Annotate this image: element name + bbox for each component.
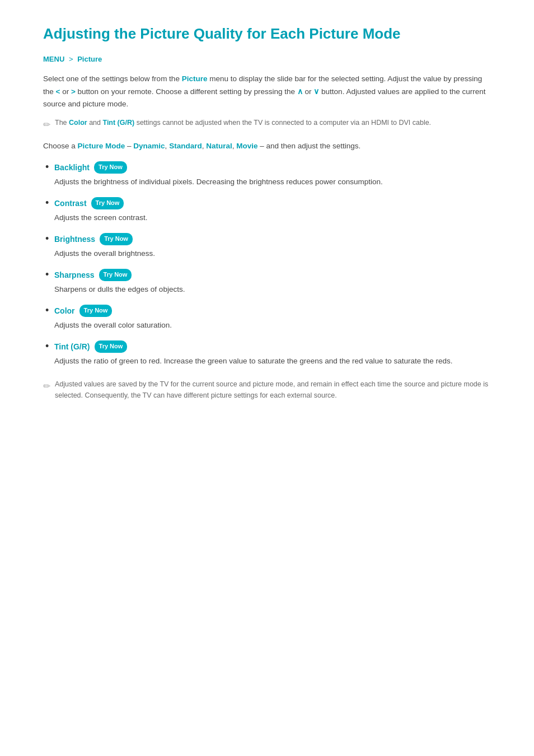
up-arrow-ref: ∧ bbox=[297, 87, 303, 96]
note-text-1: The Color and Tint (G/R) settings cannot… bbox=[55, 117, 431, 128]
list-item-backlight: Backlight Try Now Adjusts the brightness… bbox=[43, 161, 491, 188]
tint-label[interactable]: Tint (G/R) bbox=[54, 340, 90, 353]
backlight-desc: Adjusts the brightness of individual pix… bbox=[54, 176, 491, 188]
sharpness-desc: Sharpens or dulls the edges of objects. bbox=[54, 283, 491, 296]
mode-natural: Natural bbox=[206, 142, 232, 150]
brightness-label[interactable]: Brightness bbox=[54, 233, 95, 245]
list-item-contrast: Contrast Try Now Adjusts the screen cont… bbox=[43, 197, 491, 224]
bottom-note-block: ✏ Adjusted values are saved by the TV fo… bbox=[43, 379, 491, 401]
contrast-desc: Adjusts the screen contrast. bbox=[54, 212, 491, 224]
sharpness-label[interactable]: Sharpness bbox=[54, 269, 95, 281]
color-try-now[interactable]: Try Now bbox=[79, 305, 113, 317]
tint-desc: Adjusts the ratio of green to red. Incre… bbox=[54, 355, 491, 367]
tint-try-now[interactable]: Try Now bbox=[95, 340, 128, 353]
backlight-label[interactable]: Backlight bbox=[54, 161, 90, 174]
brightness-try-now[interactable]: Try Now bbox=[100, 233, 133, 245]
sharpness-try-now[interactable]: Try Now bbox=[99, 269, 132, 281]
brightness-header: Brightness Try Now bbox=[54, 233, 491, 245]
note-color-ref: Color bbox=[69, 119, 87, 127]
contrast-try-now[interactable]: Try Now bbox=[91, 197, 124, 209]
breadcrumb-menu[interactable]: MENU bbox=[43, 55, 64, 63]
down-arrow-ref: ∨ bbox=[313, 87, 319, 96]
backlight-header: Backlight Try Now bbox=[54, 161, 491, 174]
backlight-try-now[interactable]: Try Now bbox=[94, 161, 127, 174]
bottom-note-text: Adjusted values are saved by the TV for … bbox=[55, 379, 491, 401]
list-item-color: Color Try Now Adjusts the overall color … bbox=[43, 305, 491, 332]
contrast-label[interactable]: Contrast bbox=[54, 197, 87, 209]
list-item-brightness: Brightness Try Now Adjusts the overall b… bbox=[43, 233, 491, 260]
tint-header: Tint (G/R) Try Now bbox=[54, 340, 491, 353]
color-header: Color Try Now bbox=[54, 305, 491, 317]
breadcrumb: MENU > Picture bbox=[43, 54, 491, 66]
picture-mode-ref: Picture Mode bbox=[78, 142, 125, 150]
contrast-header: Contrast Try Now bbox=[54, 197, 491, 209]
mode-standard: Standard bbox=[169, 142, 202, 150]
left-arrow-ref: < bbox=[56, 87, 60, 96]
intro-paragraph: Select one of the settings below from th… bbox=[43, 73, 491, 110]
breadcrumb-separator: > bbox=[69, 55, 75, 63]
color-desc: Adjusts the overall color saturation. bbox=[54, 319, 491, 332]
page-container: Adjusting the Picture Quality for Each P… bbox=[15, 0, 519, 423]
mode-dynamic: Dynamic bbox=[133, 142, 165, 150]
page-title: Adjusting the Picture Quality for Each P… bbox=[43, 22, 491, 46]
pencil-icon-bottom: ✏ bbox=[43, 379, 50, 394]
brightness-desc: Adjusts the overall brightness. bbox=[54, 248, 491, 260]
color-label[interactable]: Color bbox=[54, 305, 75, 317]
sharpness-header: Sharpness Try Now bbox=[54, 269, 491, 281]
note-block-1: ✏ The Color and Tint (G/R) settings cann… bbox=[43, 117, 491, 132]
list-item-tint: Tint (G/R) Try Now Adjusts the ratio of … bbox=[43, 340, 491, 367]
intro-picture-link[interactable]: Picture bbox=[182, 74, 208, 83]
right-arrow-ref: > bbox=[71, 87, 76, 96]
mode-movie: Movie bbox=[236, 142, 257, 150]
choose-paragraph: Choose a Picture Mode – Dynamic, Standar… bbox=[43, 140, 491, 152]
breadcrumb-picture[interactable]: Picture bbox=[77, 55, 102, 63]
list-item-sharpness: Sharpness Try Now Sharpens or dulls the … bbox=[43, 269, 491, 296]
pencil-icon: ✏ bbox=[43, 118, 50, 132]
note-tint-ref: Tint (G/R) bbox=[102, 119, 134, 127]
settings-list: Backlight Try Now Adjusts the brightness… bbox=[43, 161, 491, 367]
